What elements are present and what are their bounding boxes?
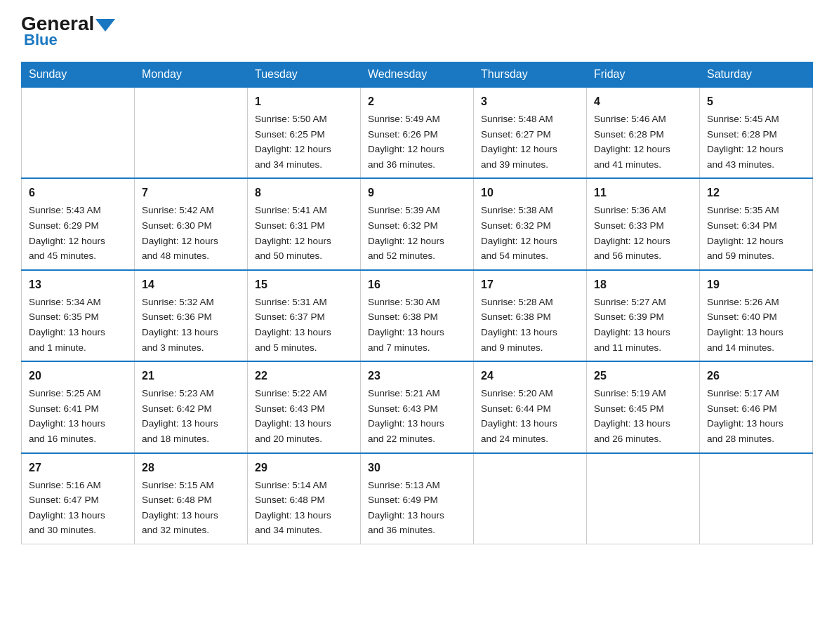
day-info: Sunrise: 5:38 AMSunset: 6:32 PMDaylight:…: [481, 203, 579, 263]
day-number: 17: [481, 276, 579, 293]
week-row-2: 6Sunrise: 5:43 AMSunset: 6:29 PMDaylight…: [22, 178, 813, 269]
calendar-cell: 13Sunrise: 5:34 AMSunset: 6:35 PMDayligh…: [22, 270, 135, 361]
day-info: Sunrise: 5:23 AMSunset: 6:42 PMDaylight:…: [142, 386, 240, 446]
day-number: 27: [29, 459, 127, 476]
calendar-cell: 23Sunrise: 5:21 AMSunset: 6:43 PMDayligh…: [361, 361, 474, 452]
calendar-cell: 18Sunrise: 5:27 AMSunset: 6:39 PMDayligh…: [587, 270, 700, 361]
day-info: Sunrise: 5:50 AMSunset: 6:25 PMDaylight:…: [255, 112, 353, 172]
day-number: 1: [255, 93, 353, 110]
day-number: 14: [142, 276, 240, 293]
calendar-cell: 5Sunrise: 5:45 AMSunset: 6:28 PMDaylight…: [700, 87, 813, 178]
day-number: 22: [255, 368, 353, 384]
day-info: Sunrise: 5:43 AMSunset: 6:29 PMDaylight:…: [29, 203, 127, 263]
day-info: Sunrise: 5:28 AMSunset: 6:38 PMDaylight:…: [481, 295, 579, 355]
day-info: Sunrise: 5:19 AMSunset: 6:45 PMDaylight:…: [594, 386, 692, 446]
day-info: Sunrise: 5:31 AMSunset: 6:37 PMDaylight:…: [255, 295, 353, 355]
day-number: 4: [594, 93, 692, 110]
day-number: 10: [481, 185, 579, 201]
calendar-cell: 12Sunrise: 5:35 AMSunset: 6:34 PMDayligh…: [700, 178, 813, 269]
calendar-cell: 17Sunrise: 5:28 AMSunset: 6:38 PMDayligh…: [474, 270, 587, 361]
day-number: 8: [255, 185, 353, 201]
weekday-header-friday: Friday: [587, 62, 700, 88]
day-info: Sunrise: 5:17 AMSunset: 6:46 PMDaylight:…: [707, 386, 805, 446]
calendar-cell: 28Sunrise: 5:15 AMSunset: 6:48 PMDayligh…: [135, 453, 248, 544]
day-info: Sunrise: 5:13 AMSunset: 6:49 PMDaylight:…: [368, 478, 466, 538]
day-info: Sunrise: 5:45 AMSunset: 6:28 PMDaylight:…: [707, 112, 805, 172]
calendar-cell: 20Sunrise: 5:25 AMSunset: 6:41 PMDayligh…: [22, 361, 135, 452]
weekday-header-saturday: Saturday: [700, 62, 813, 88]
day-info: Sunrise: 5:34 AMSunset: 6:35 PMDaylight:…: [29, 295, 127, 355]
day-info: Sunrise: 5:46 AMSunset: 6:28 PMDaylight:…: [594, 112, 692, 172]
weekday-header-monday: Monday: [135, 62, 248, 88]
calendar-cell: 6Sunrise: 5:43 AMSunset: 6:29 PMDaylight…: [22, 178, 135, 269]
calendar-cell: 30Sunrise: 5:13 AMSunset: 6:49 PMDayligh…: [361, 453, 474, 544]
calendar-cell: [22, 87, 135, 178]
day-number: 16: [368, 276, 466, 293]
calendar-cell: 14Sunrise: 5:32 AMSunset: 6:36 PMDayligh…: [135, 270, 248, 361]
calendar-cell: 9Sunrise: 5:39 AMSunset: 6:32 PMDaylight…: [361, 178, 474, 269]
calendar-cell: [135, 87, 248, 178]
calendar-cell: 16Sunrise: 5:30 AMSunset: 6:38 PMDayligh…: [361, 270, 474, 361]
weekday-header-thursday: Thursday: [474, 62, 587, 88]
calendar-cell: 21Sunrise: 5:23 AMSunset: 6:42 PMDayligh…: [135, 361, 248, 452]
day-number: 19: [707, 276, 805, 293]
day-number: 20: [29, 368, 127, 384]
day-info: Sunrise: 5:42 AMSunset: 6:30 PMDaylight:…: [142, 203, 240, 263]
calendar-cell: 11Sunrise: 5:36 AMSunset: 6:33 PMDayligh…: [587, 178, 700, 269]
day-info: Sunrise: 5:41 AMSunset: 6:31 PMDaylight:…: [255, 203, 353, 263]
calendar-cell: 29Sunrise: 5:14 AMSunset: 6:48 PMDayligh…: [248, 453, 361, 544]
calendar-cell: 3Sunrise: 5:48 AMSunset: 6:27 PMDaylight…: [474, 87, 587, 178]
day-info: Sunrise: 5:16 AMSunset: 6:47 PMDaylight:…: [29, 478, 127, 538]
calendar-cell: 19Sunrise: 5:26 AMSunset: 6:40 PMDayligh…: [700, 270, 813, 361]
day-number: 23: [368, 368, 466, 384]
calendar-table: SundayMondayTuesdayWednesdayThursdayFrid…: [21, 62, 813, 544]
calendar-cell: 15Sunrise: 5:31 AMSunset: 6:37 PMDayligh…: [248, 270, 361, 361]
calendar-cell: [474, 453, 587, 544]
day-info: Sunrise: 5:49 AMSunset: 6:26 PMDaylight:…: [368, 112, 466, 172]
day-number: 18: [594, 276, 692, 293]
day-info: Sunrise: 5:39 AMSunset: 6:32 PMDaylight:…: [368, 203, 466, 263]
day-number: 9: [368, 185, 466, 201]
day-number: 15: [255, 276, 353, 293]
calendar-cell: 8Sunrise: 5:41 AMSunset: 6:31 PMDaylight…: [248, 178, 361, 269]
week-row-5: 27Sunrise: 5:16 AMSunset: 6:47 PMDayligh…: [22, 453, 813, 544]
day-number: 7: [142, 185, 240, 201]
day-info: Sunrise: 5:20 AMSunset: 6:44 PMDaylight:…: [481, 386, 579, 446]
page-header: General Blue: [21, 14, 813, 49]
calendar-cell: 7Sunrise: 5:42 AMSunset: 6:30 PMDaylight…: [135, 178, 248, 269]
day-info: Sunrise: 5:14 AMSunset: 6:48 PMDaylight:…: [255, 478, 353, 538]
weekday-header-row: SundayMondayTuesdayWednesdayThursdayFrid…: [22, 62, 813, 88]
day-number: 28: [142, 459, 240, 476]
day-info: Sunrise: 5:30 AMSunset: 6:38 PMDaylight:…: [368, 295, 466, 355]
day-number: 12: [707, 185, 805, 201]
day-number: 5: [707, 93, 805, 110]
day-info: Sunrise: 5:36 AMSunset: 6:33 PMDaylight:…: [594, 203, 692, 263]
logo-blue-text: Blue: [21, 31, 58, 49]
calendar-cell: 24Sunrise: 5:20 AMSunset: 6:44 PMDayligh…: [474, 361, 587, 452]
day-info: Sunrise: 5:32 AMSunset: 6:36 PMDaylight:…: [142, 295, 240, 355]
calendar-cell: 25Sunrise: 5:19 AMSunset: 6:45 PMDayligh…: [587, 361, 700, 452]
calendar-cell: 4Sunrise: 5:46 AMSunset: 6:28 PMDaylight…: [587, 87, 700, 178]
day-number: 3: [481, 93, 579, 110]
day-info: Sunrise: 5:25 AMSunset: 6:41 PMDaylight:…: [29, 386, 127, 446]
week-row-4: 20Sunrise: 5:25 AMSunset: 6:41 PMDayligh…: [22, 361, 813, 452]
calendar-cell: [587, 453, 700, 544]
day-info: Sunrise: 5:22 AMSunset: 6:43 PMDaylight:…: [255, 386, 353, 446]
day-number: 24: [481, 368, 579, 384]
day-info: Sunrise: 5:15 AMSunset: 6:48 PMDaylight:…: [142, 478, 240, 538]
day-number: 30: [368, 459, 466, 476]
calendar-cell: 26Sunrise: 5:17 AMSunset: 6:46 PMDayligh…: [700, 361, 813, 452]
calendar-cell: 27Sunrise: 5:16 AMSunset: 6:47 PMDayligh…: [22, 453, 135, 544]
week-row-1: 1Sunrise: 5:50 AMSunset: 6:25 PMDaylight…: [22, 87, 813, 178]
day-info: Sunrise: 5:26 AMSunset: 6:40 PMDaylight:…: [707, 295, 805, 355]
calendar-cell: [700, 453, 813, 544]
day-number: 29: [255, 459, 353, 476]
day-number: 13: [29, 276, 127, 293]
logo: General Blue: [21, 14, 115, 49]
weekday-header-wednesday: Wednesday: [361, 62, 474, 88]
day-info: Sunrise: 5:35 AMSunset: 6:34 PMDaylight:…: [707, 203, 805, 263]
calendar-cell: 2Sunrise: 5:49 AMSunset: 6:26 PMDaylight…: [361, 87, 474, 178]
day-info: Sunrise: 5:48 AMSunset: 6:27 PMDaylight:…: [481, 112, 579, 172]
calendar-cell: 10Sunrise: 5:38 AMSunset: 6:32 PMDayligh…: [474, 178, 587, 269]
day-number: 26: [707, 368, 805, 384]
